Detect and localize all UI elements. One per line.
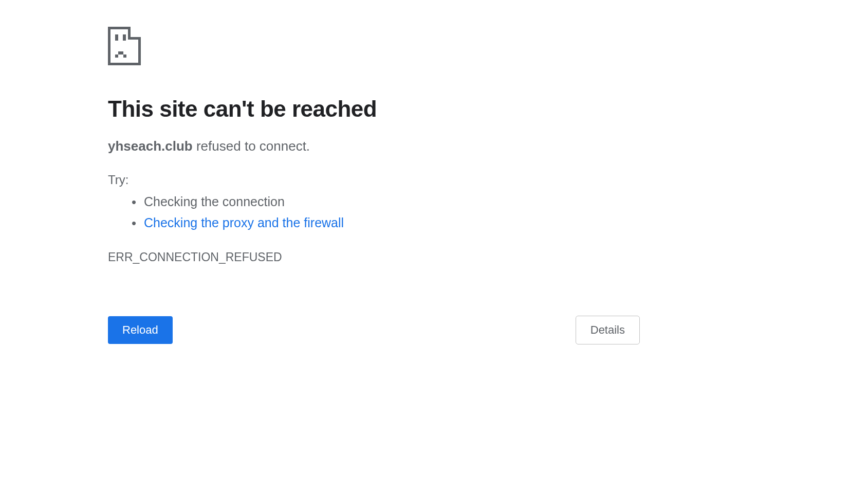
try-label: Try:	[108, 173, 640, 187]
error-code: ERR_CONNECTION_REFUSED	[108, 250, 640, 264]
error-message-suffix: refused to connect.	[193, 138, 310, 154]
sad-page-icon	[108, 27, 640, 65]
suggestion-item: Checking the connection	[144, 191, 640, 212]
try-section: Try: Checking the connection Checking th…	[108, 173, 640, 234]
svg-rect-1	[123, 34, 126, 41]
error-title: This site can't be reached	[108, 96, 640, 122]
error-domain: yhseach.club	[108, 138, 193, 154]
proxy-firewall-link[interactable]: Checking the proxy and the firewall	[144, 215, 344, 230]
button-row: Reload Details	[108, 316, 640, 344]
svg-rect-0	[115, 34, 118, 41]
reload-button[interactable]: Reload	[108, 316, 173, 344]
svg-rect-4	[123, 54, 126, 58]
details-button[interactable]: Details	[576, 316, 640, 344]
error-message: yhseach.club refused to connect.	[108, 138, 640, 154]
suggestion-item: Checking the proxy and the firewall	[144, 212, 640, 233]
svg-rect-3	[115, 54, 118, 58]
error-page: This site can't be reached yhseach.club …	[108, 0, 640, 344]
suggestions-list: Checking the connection Checking the pro…	[108, 191, 640, 234]
svg-rect-2	[118, 51, 123, 54]
